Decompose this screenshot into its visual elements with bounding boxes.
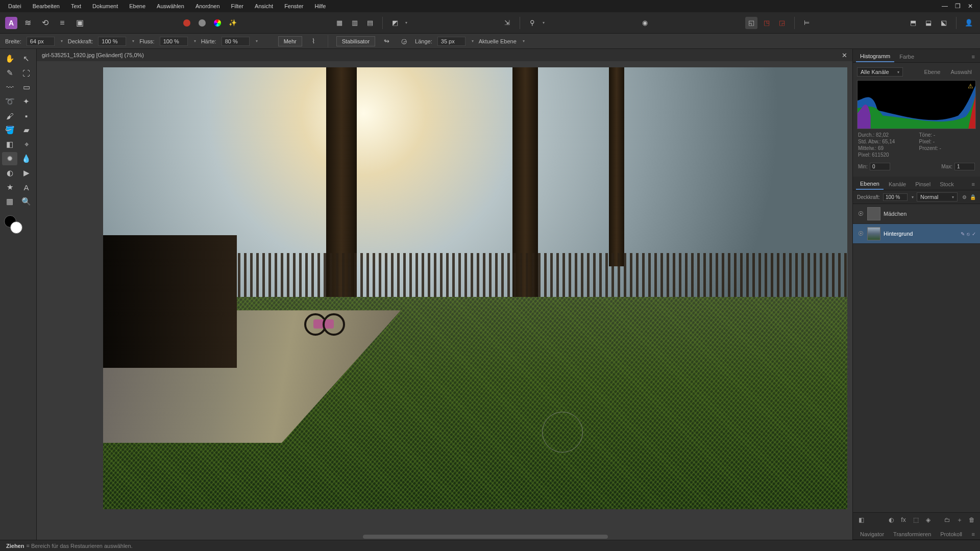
- menu-datei[interactable]: Datei: [3, 1, 27, 11]
- persona-develop-icon[interactable]: ⟲: [38, 16, 52, 30]
- mesh-warp-tool-icon[interactable]: ▦: [2, 195, 17, 208]
- align-icon[interactable]: ⊨: [801, 17, 813, 29]
- blend-mode-select[interactable]: Normal▾: [917, 192, 958, 202]
- haerte-input[interactable]: 80 %: [222, 37, 250, 46]
- tab-histo-ebene[interactable]: Ebene: [920, 67, 945, 77]
- stabilisator-button[interactable]: Stabilisator: [336, 36, 375, 46]
- layer-thumbnail[interactable]: [867, 227, 880, 240]
- clone-tool-icon[interactable]: ⌖: [19, 138, 34, 151]
- move-inside-icon[interactable]: ⬒: [907, 17, 919, 29]
- fill-tool-icon[interactable]: 🪣: [2, 123, 17, 137]
- panel-menu-icon[interactable]: ≡: [970, 180, 977, 188]
- tab-pinsel[interactable]: Pinsel: [911, 179, 935, 189]
- menu-anordnen[interactable]: Anordnen: [190, 1, 225, 11]
- zoom-tool-icon[interactable]: 🔍: [19, 195, 34, 208]
- min-input[interactable]: 0: [870, 163, 890, 170]
- text-tool-icon[interactable]: A: [19, 181, 34, 194]
- hand-tool-icon[interactable]: ✋: [2, 52, 17, 65]
- delete-layer-icon[interactable]: 🗑: [967, 515, 977, 525]
- chevron-down-icon[interactable]: ▾: [523, 39, 525, 43]
- layer-deckkraft-input[interactable]: 100 %: [883, 193, 908, 201]
- menu-ansicht[interactable]: Ansicht: [250, 1, 278, 11]
- chevron-down-icon[interactable]: ▾: [256, 39, 258, 43]
- canvas-image[interactable]: [103, 67, 847, 509]
- check-icon[interactable]: ✓: [972, 231, 976, 237]
- assistant-icon[interactable]: ◉: [639, 17, 651, 29]
- menu-ebene[interactable]: Ebene: [124, 1, 151, 11]
- shape-tool-icon[interactable]: ★: [2, 181, 17, 194]
- panel-menu-icon[interactable]: ≡: [970, 530, 977, 538]
- persona-liquify-icon[interactable]: ≋: [20, 16, 35, 30]
- flood-select-tool-icon[interactable]: ✦: [19, 95, 34, 108]
- breite-input[interactable]: 64 px: [27, 37, 55, 46]
- dodge-tool-icon[interactable]: ◐: [2, 166, 17, 180]
- horizontal-scrollbar[interactable]: [363, 535, 607, 539]
- menu-fenster[interactable]: Fenster: [279, 1, 308, 11]
- close-window-icon[interactable]: ✕: [968, 3, 973, 10]
- tab-transformieren[interactable]: Transformieren: [889, 529, 935, 539]
- add-layer-icon[interactable]: ＋: [954, 515, 965, 525]
- move-outside-icon[interactable]: ⬓: [922, 17, 935, 29]
- rope-mode-icon[interactable]: ↬: [380, 35, 393, 47]
- pixel-tool-icon[interactable]: ▪: [19, 109, 34, 122]
- mask-icon[interactable]: ◧: [856, 515, 866, 525]
- chevron-down-icon[interactable]: ▾: [194, 39, 196, 43]
- layer-thumbnail[interactable]: [867, 207, 880, 220]
- chevron-down-icon[interactable]: ▾: [61, 39, 63, 43]
- color-rainbow-icon[interactable]: [211, 17, 224, 29]
- fx-icon[interactable]: fx: [898, 515, 909, 525]
- color-grey-icon[interactable]: [196, 17, 208, 29]
- tab-navigator[interactable]: Navigator: [856, 529, 888, 539]
- fluss-input[interactable]: 100 %: [160, 37, 188, 46]
- app-icon[interactable]: A: [5, 17, 17, 29]
- layer-order-back-icon[interactable]: ◱: [745, 17, 757, 29]
- layer-order-red-icon[interactable]: ◳: [761, 17, 773, 29]
- tab-ebenen[interactable]: Ebenen: [856, 179, 884, 190]
- grid-thirds-icon[interactable]: ▥: [349, 17, 361, 29]
- visibility-toggle-icon[interactable]: ⦿: [857, 211, 864, 217]
- eraser-tool-icon[interactable]: ◧: [2, 138, 17, 151]
- aktuelle-ebene-select[interactable]: Aktuelle Ebene: [479, 38, 517, 44]
- paint-brush-tool-icon[interactable]: 🖌: [2, 109, 17, 122]
- color-auto-icon[interactable]: ✨: [227, 17, 239, 29]
- layer-row[interactable]: ⦿ Mädchen: [853, 204, 980, 224]
- lasso-tool-icon[interactable]: ➰: [2, 95, 17, 108]
- inpainting-tool-icon[interactable]: ✹: [2, 152, 17, 165]
- live-filter-icon[interactable]: ◈: [923, 515, 933, 525]
- color-red-icon[interactable]: [181, 17, 193, 29]
- marquee-tool-icon[interactable]: ▭: [19, 81, 34, 94]
- clip-canvas-icon[interactable]: ◩: [389, 17, 401, 29]
- tab-histo-auswahl[interactable]: Auswahl: [946, 67, 976, 77]
- gear-icon[interactable]: ⚙: [962, 194, 967, 200]
- lock-children-icon[interactable]: ⚲: [526, 17, 538, 29]
- laenge-input[interactable]: 35 px: [437, 37, 465, 46]
- chevron-down-icon[interactable]: ▾: [912, 195, 914, 199]
- chevron-down-icon[interactable]: ▾: [132, 39, 134, 43]
- tab-stock[interactable]: Stock: [936, 179, 958, 189]
- tab-farbe[interactable]: Farbe: [895, 52, 918, 62]
- menu-text[interactable]: Text: [66, 1, 86, 11]
- minimize-icon[interactable]: —: [942, 3, 948, 10]
- grid-golden-icon[interactable]: ▤: [364, 17, 376, 29]
- blend-icon[interactable]: ⬚: [911, 515, 921, 525]
- smudge-tool-icon[interactable]: 💧: [19, 152, 34, 165]
- chevron-down-icon[interactable]: ▾: [543, 20, 545, 25]
- panel-menu-icon[interactable]: ≡: [970, 53, 977, 61]
- edit-icon[interactable]: ✎: [961, 231, 965, 237]
- menu-filter[interactable]: Filter: [226, 1, 249, 11]
- gradient-tool-icon[interactable]: ▰: [19, 123, 34, 137]
- color-picker-tool-icon[interactable]: ✎: [2, 66, 17, 80]
- lock-icon[interactable]: 🔒: [970, 194, 976, 200]
- canvas-viewport[interactable]: [37, 61, 852, 540]
- wet-edges-icon[interactable]: ⌇: [307, 35, 320, 47]
- chevron-down-icon[interactable]: ▾: [405, 20, 407, 25]
- channel-select[interactable]: Alle Kanäle▾: [857, 67, 903, 77]
- release-icon[interactable]: ⬕: [938, 17, 950, 29]
- group-icon[interactable]: 🗀: [942, 515, 952, 525]
- maximize-icon[interactable]: ❐: [955, 3, 961, 10]
- pen-tool-icon[interactable]: ▶: [19, 166, 34, 180]
- background-color-swatch[interactable]: [10, 221, 22, 234]
- chevron-down-icon[interactable]: ▾: [472, 39, 474, 43]
- visibility-toggle-icon[interactable]: ⦿: [857, 231, 864, 237]
- document-tab-title[interactable]: girl-535251_1920.jpg [Geändert] (75,0%): [42, 52, 144, 58]
